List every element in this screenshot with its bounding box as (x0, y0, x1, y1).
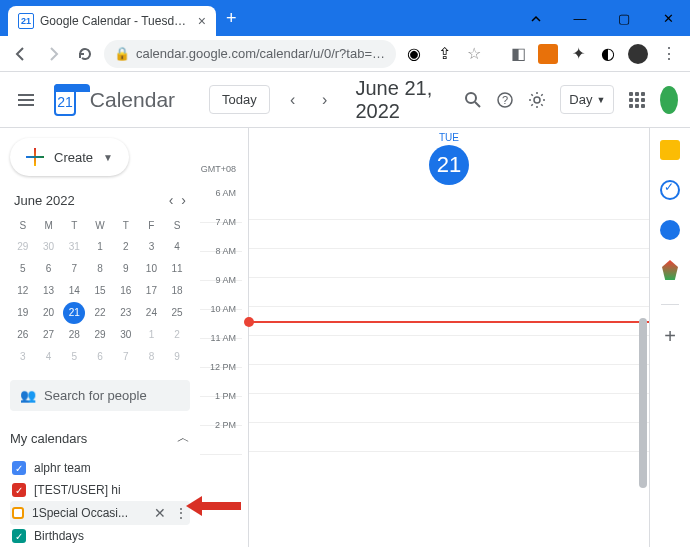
back-button[interactable] (8, 41, 34, 67)
minical-day[interactable]: 8 (140, 346, 162, 368)
extensions-button[interactable]: ✦ (568, 44, 588, 64)
minical-day[interactable]: 21 (63, 302, 85, 324)
search-people-input[interactable]: 👥 Search for people (10, 380, 190, 411)
calendar-item[interactable]: ✓Birthdays (10, 525, 190, 547)
minical-day[interactable]: 18 (166, 280, 188, 302)
my-calendars-toggle[interactable]: My calendars ︿ (10, 425, 190, 451)
day-number-badge[interactable]: 21 (429, 145, 469, 185)
prev-day-button[interactable]: ‹ (284, 86, 302, 114)
minical-day[interactable]: 30 (115, 324, 137, 346)
hour-slot[interactable] (249, 365, 649, 394)
minical-day[interactable]: 10 (140, 258, 162, 280)
calendar-remove-icon[interactable]: ✕ (154, 505, 166, 521)
settings-button[interactable] (528, 86, 546, 114)
minical-day[interactable]: 26 (12, 324, 34, 346)
window-minimize-button[interactable] (514, 0, 558, 36)
tab-close-icon[interactable]: × (198, 13, 206, 29)
add-addon-button[interactable]: + (664, 325, 676, 348)
minical-day[interactable]: 4 (166, 236, 188, 258)
search-button[interactable] (464, 86, 482, 114)
share-icon[interactable]: ⇪ (434, 44, 454, 64)
view-selector[interactable]: Day▼ (560, 85, 614, 114)
browser-menu-button[interactable]: ⋮ (656, 41, 682, 67)
minical-prev-button[interactable]: ‹ (169, 192, 174, 208)
scrollbar[interactable] (639, 318, 647, 488)
reload-button[interactable] (72, 41, 98, 67)
help-button[interactable]: ? (496, 86, 514, 114)
keep-icon[interactable] (660, 140, 680, 160)
bookmark-star-icon[interactable]: ☆ (464, 44, 484, 64)
calendar-options-icon[interactable]: ⋮ (174, 505, 188, 521)
hour-slot[interactable] (249, 249, 649, 278)
minical-day[interactable]: 15 (89, 280, 111, 302)
hour-slot[interactable] (249, 220, 649, 249)
extension-4-icon[interactable]: ◐ (598, 44, 618, 64)
minical-day[interactable]: 4 (38, 346, 60, 368)
minical-day[interactable]: 29 (12, 236, 34, 258)
minical-day[interactable]: 14 (63, 280, 85, 302)
minical-day[interactable]: 27 (38, 324, 60, 346)
calendar-checkbox[interactable] (12, 507, 24, 519)
google-apps-button[interactable] (628, 86, 646, 114)
window-minimize2-button[interactable]: — (558, 0, 602, 36)
minical-day[interactable]: 1 (89, 236, 111, 258)
calendar-item[interactable]: ✓alphr team (10, 457, 190, 479)
minical-day[interactable]: 19 (12, 302, 34, 324)
minical-day[interactable]: 7 (63, 258, 85, 280)
minical-day[interactable]: 6 (38, 258, 60, 280)
minical-day[interactable]: 13 (38, 280, 60, 302)
calendar-checkbox[interactable]: ✓ (12, 529, 26, 543)
minical-day[interactable]: 28 (63, 324, 85, 346)
minical-day[interactable]: 1 (140, 324, 162, 346)
minical-day[interactable]: 25 (166, 302, 188, 324)
window-close-button[interactable]: ✕ (646, 0, 690, 36)
minical-day[interactable]: 24 (140, 302, 162, 324)
url-bar[interactable]: 🔒 calendar.google.com/calendar/u/0/r?tab… (104, 40, 396, 68)
minical-day[interactable]: 31 (63, 236, 85, 258)
hour-slot[interactable] (249, 394, 649, 423)
calendar-checkbox[interactable]: ✓ (12, 483, 26, 497)
minical-day[interactable]: 3 (12, 346, 34, 368)
create-button[interactable]: Create ▼ (10, 138, 129, 176)
forward-button[interactable] (40, 41, 66, 67)
calendar-checkbox[interactable]: ✓ (12, 461, 26, 475)
tasks-icon[interactable] (660, 180, 680, 200)
minical-day[interactable]: 9 (115, 258, 137, 280)
maps-icon[interactable] (662, 260, 678, 280)
day-column[interactable]: TUE 21 (248, 128, 649, 547)
account-avatar[interactable] (660, 86, 678, 114)
minical-day[interactable]: 20 (38, 302, 60, 324)
hour-slot[interactable] (249, 336, 649, 365)
new-tab-button[interactable]: + (226, 8, 237, 29)
browser-tab[interactable]: 21 Google Calendar - Tuesday, June × (8, 6, 216, 36)
extension-metamask-icon[interactable] (538, 44, 558, 64)
calendar-item[interactable]: ✓[TEST/USER] hi (10, 479, 190, 501)
minical-day[interactable]: 23 (115, 302, 137, 324)
minical-day[interactable]: 5 (12, 258, 34, 280)
hour-slot[interactable] (249, 423, 649, 452)
minical-day[interactable]: 17 (140, 280, 162, 302)
minical-day[interactable]: 7 (115, 346, 137, 368)
minical-day[interactable]: 3 (140, 236, 162, 258)
main-menu-button[interactable] (12, 88, 40, 112)
minical-day[interactable]: 2 (115, 236, 137, 258)
hour-slot[interactable] (249, 278, 649, 307)
minical-day[interactable]: 29 (89, 324, 111, 346)
calendar-item[interactable]: 1Special Occasi...✕⋮ (10, 501, 190, 525)
minical-day[interactable]: 2 (166, 324, 188, 346)
minical-day[interactable]: 30 (38, 236, 60, 258)
minical-day[interactable]: 12 (12, 280, 34, 302)
eye-icon[interactable]: ◉ (404, 44, 424, 64)
minical-next-button[interactable]: › (181, 192, 186, 208)
minical-day[interactable]: 16 (115, 280, 137, 302)
today-button[interactable]: Today (209, 85, 270, 114)
hour-slot[interactable] (249, 191, 649, 220)
minical-day[interactable]: 9 (166, 346, 188, 368)
next-day-button[interactable]: › (316, 86, 334, 114)
extension-1-icon[interactable]: ◧ (508, 44, 528, 64)
extension-5-icon[interactable] (628, 44, 648, 64)
contacts-icon[interactable] (660, 220, 680, 240)
minical-day[interactable]: 5 (63, 346, 85, 368)
minical-day[interactable]: 22 (89, 302, 111, 324)
minical-day[interactable]: 8 (89, 258, 111, 280)
